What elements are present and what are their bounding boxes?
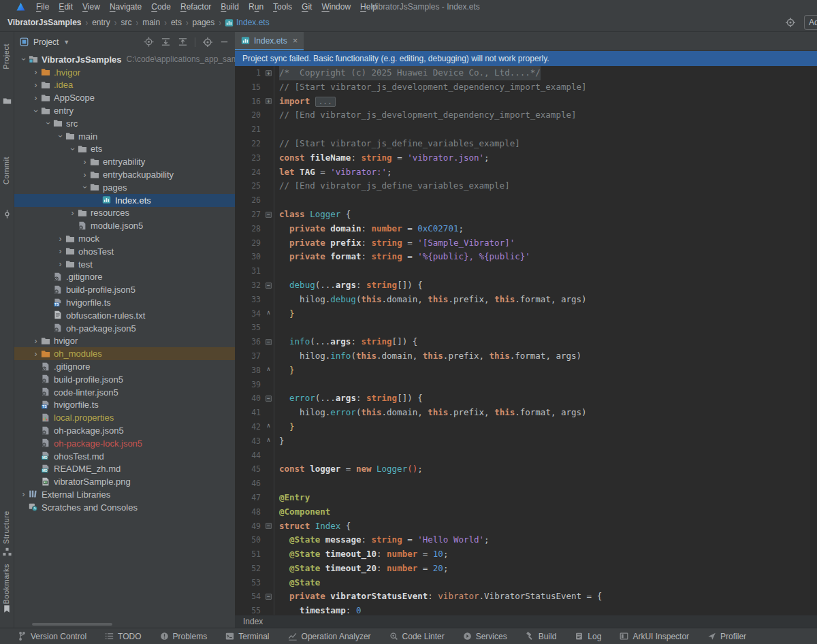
chevron-right-icon[interactable]: › (31, 67, 41, 77)
tree-item-vibratorsample-png[interactable]: vibratorSample.png (14, 475, 235, 488)
tree-item-resources[interactable]: ›resources (14, 207, 235, 220)
code-line-23[interactable]: 23const fileName: string = 'vibrator.jso… (235, 151, 817, 165)
menu-refactor[interactable]: Refactor (176, 1, 216, 12)
menu-code[interactable]: Code (146, 1, 176, 12)
fold-marker-icon[interactable]: + (263, 95, 274, 109)
breadcrumb-item-pages[interactable]: pages (192, 18, 216, 27)
tree-item--hvigor[interactable]: ›.hvigor (14, 66, 235, 79)
tree-item-entry[interactable]: ›entry (14, 104, 235, 117)
chevron-down-icon[interactable]: › (44, 118, 53, 129)
code-line-45[interactable]: 45const logger = new Logger(); (235, 462, 817, 477)
tree-item-module-json5[interactable]: module.json5 (14, 219, 235, 232)
settings-icon[interactable] (202, 37, 212, 47)
close-icon[interactable]: × (293, 35, 298, 46)
tree-item-readme-zh-md[interactable]: MDREADME_zh.md (14, 463, 235, 476)
fold-marker-icon[interactable]: − (263, 278, 274, 293)
code-line-51[interactable]: 51 @State timeout_10: number = 10; (235, 547, 817, 562)
hide-icon[interactable] (219, 37, 229, 47)
tree-item-hvigor[interactable]: ›hvigor (14, 335, 235, 348)
code-line-41[interactable]: 41 hilog.error(this.domain, this.prefix,… (235, 406, 817, 420)
breadcrumb-item-ets[interactable]: ets (170, 18, 182, 27)
menu-edit[interactable]: Edit (54, 1, 78, 12)
collapse-all-icon[interactable] (178, 37, 188, 47)
folded-region[interactable]: ... (315, 97, 336, 107)
menu-navigate[interactable]: Navigate (105, 1, 146, 12)
bookmark-icon[interactable] (3, 605, 12, 613)
chevron-right-icon[interactable]: › (18, 489, 29, 499)
tree-item-oh-package-lock-json5[interactable]: oh-package-lock.json5 (14, 437, 235, 450)
fold-marker-icon[interactable]: − (263, 208, 274, 222)
statusbar-item-arkui-inspector[interactable]: ArkUI Inspector (620, 632, 689, 641)
chevron-right-icon[interactable]: › (31, 93, 41, 103)
code-line-52[interactable]: 52 @State timeout_20: number = 20; (235, 562, 817, 576)
fold-marker-icon[interactable]: − (263, 590, 274, 604)
tree-item-code-linter-json5[interactable]: code-linter.json5 (14, 386, 235, 399)
tree-item--idea[interactable]: ›.idea (14, 79, 235, 92)
tree-item-scratches-and-consoles[interactable]: Scratches and Consoles (14, 501, 235, 514)
tree-item-src[interactable]: ›src (14, 117, 235, 130)
tree-item-ets[interactable]: ›ets (14, 143, 235, 156)
code-line-26[interactable]: 26 (235, 193, 817, 208)
code-line-36[interactable]: 36− info(...args: string[]) { (235, 335, 817, 349)
fold-marker-icon[interactable]: ∧ (263, 307, 274, 321)
tree-item-appscope[interactable]: ›AppScope (14, 91, 235, 104)
tree-item-hvigorfile-ts[interactable]: TShvigorfile.ts (14, 296, 235, 309)
code-line-21[interactable]: 21 (235, 123, 817, 137)
code-line-30[interactable]: 30 private format: string = '%{public}, … (235, 250, 817, 264)
tree-item-build-profile-json5[interactable]: build-profile.json5 (14, 283, 235, 296)
toolwindow-bookmarks-button[interactable]: Bookmarks (2, 564, 10, 605)
code-line-32[interactable]: 32− debug(...args: string[]) { (235, 278, 817, 293)
tree-item--gitignore[interactable]: .gitignore (14, 271, 235, 284)
project-panel-title[interactable]: Project (33, 37, 59, 47)
tree-item-ohostest-md[interactable]: MDohosTest.md (14, 450, 235, 463)
tree-item-oh-package-json5[interactable]: oh-package.json5 (14, 322, 235, 335)
chevron-down-icon[interactable]: › (19, 54, 29, 65)
expand-all-icon[interactable] (161, 37, 171, 47)
chevron-down-icon[interactable]: › (56, 131, 65, 142)
code-line-42[interactable]: 42∧ } (235, 420, 817, 434)
chevron-right-icon[interactable]: › (55, 234, 65, 244)
chevron-right-icon[interactable]: › (55, 246, 65, 256)
breadcrumb-item-main[interactable]: main (142, 18, 161, 27)
chevron-right-icon[interactable]: › (67, 208, 78, 218)
tree-item-local-properties[interactable]: local.properties (14, 411, 235, 424)
chevron-down-icon[interactable]: › (80, 182, 90, 193)
menu-git[interactable]: Git (297, 1, 317, 12)
project-folder-icon[interactable] (3, 97, 12, 106)
code-line-43[interactable]: 43∧} (235, 434, 817, 449)
statusbar-item-profiler[interactable]: Profiler (707, 632, 746, 641)
tree-item-external-libraries[interactable]: ›External Libraries (14, 488, 235, 501)
fold-marker-icon[interactable]: − (263, 335, 274, 349)
statusbar-item-todo[interactable]: TODO (105, 632, 141, 641)
run-config-button[interactable]: Ad (804, 15, 817, 30)
code-line-53[interactable]: 53 @State (235, 576, 817, 590)
statusbar-item-log[interactable]: Log (575, 632, 601, 641)
tree-item-test[interactable]: ›test (14, 258, 235, 271)
statusbar-item-operation-analyzer[interactable]: Operation Analyzer (288, 632, 371, 641)
toolwindow-project-button[interactable]: Project (2, 44, 10, 69)
code-editor[interactable]: 1+/* Copyright (c) 2025 Huawei Device Co… (235, 66, 817, 615)
code-line-37[interactable]: 37 hilog.info(this.domain, this.prefix, … (235, 349, 817, 364)
code-line-40[interactable]: 40− error(...args: string[]) { (235, 391, 817, 406)
breadcrumb-file-index-ets[interactable]: Index.ets (225, 18, 270, 27)
tree-item-oh-package-json5[interactable]: oh-package.json5 (14, 424, 235, 437)
locate-icon[interactable] (144, 37, 154, 47)
fold-marker-icon[interactable]: ∧ (263, 364, 274, 378)
chevron-right-icon[interactable]: › (31, 336, 41, 346)
tree-item-build-profile-json5[interactable]: build-profile.json5 (14, 373, 235, 386)
code-line-50[interactable]: 50 @State message: string = 'Hello World… (235, 533, 817, 547)
editor-breadcrumb[interactable]: Index (235, 615, 817, 628)
fold-marker-icon[interactable]: + (263, 66, 274, 80)
code-line-35[interactable]: 35 (235, 321, 817, 335)
tree-item-obfuscation-rules-txt[interactable]: obfuscation-rules.txt (14, 309, 235, 322)
code-line-1[interactable]: 1+/* Copyright (c) 2025 Huawei Device Co… (235, 66, 817, 80)
menu-view[interactable]: View (78, 1, 105, 12)
menu-tools[interactable]: Tools (268, 1, 297, 12)
code-line-44[interactable]: 44 (235, 449, 817, 463)
statusbar-item-version-control[interactable]: Version Control (18, 632, 86, 641)
code-line-39[interactable]: 39 (235, 378, 817, 392)
chevron-right-icon[interactable]: › (31, 80, 41, 90)
code-line-49[interactable]: 49−struct Index { (235, 519, 817, 534)
code-line-15[interactable]: 15// [Start vibrator_js_development_depe… (235, 80, 817, 95)
code-line-54[interactable]: 54− private vibratorStatusEvent: vibrato… (235, 590, 817, 604)
